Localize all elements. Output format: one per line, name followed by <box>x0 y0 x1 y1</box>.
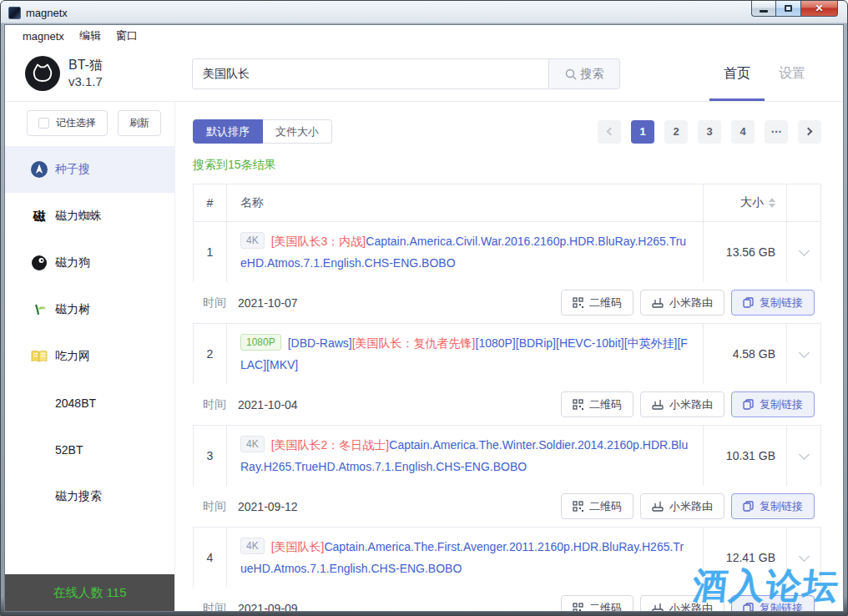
table-row: 4 4K[美国队长]Captain.America.The.First.Aven… <box>193 528 821 588</box>
title-bar[interactable]: magnetx ✕ <box>1 1 847 24</box>
expand-row-button[interactable] <box>787 426 820 486</box>
sidebar-item-seed-search[interactable]: 种子搜 <box>5 146 174 193</box>
copy-link-button[interactable]: 复制链接 <box>731 595 815 611</box>
maximize-icon <box>785 5 792 12</box>
time-label: 时间 <box>203 397 226 412</box>
sidebar-item-label: 吃力网 <box>55 349 90 364</box>
page-button-3[interactable]: 3 <box>698 120 721 144</box>
blank-icon <box>30 487 48 506</box>
remember-choice-button[interactable]: 记住选择 <box>27 110 108 136</box>
expand-row-button[interactable] <box>787 324 820 384</box>
maximize-button[interactable] <box>776 1 801 17</box>
nav-settings[interactable]: 设置 <box>765 47 820 101</box>
search-input[interactable] <box>192 58 548 89</box>
qrcode-button[interactable]: 二维码 <box>561 493 633 519</box>
page-button-4[interactable]: 4 <box>731 120 755 144</box>
qrcode-button[interactable]: 二维码 <box>561 595 633 611</box>
sidebar-item-magnet-search[interactable]: 磁力搜索 <box>5 473 174 520</box>
sidebar-item-label: 磁力树 <box>55 302 90 317</box>
table-row-detail: 时间 2021-09-12 二维码 小米路由 <box>193 486 821 528</box>
active-tab-underline <box>709 98 765 101</box>
copy-link-label: 复制链接 <box>760 295 803 311</box>
next-page-button[interactable] <box>798 120 821 144</box>
menu-edit[interactable]: 编辑 <box>72 27 109 45</box>
copy-link-button[interactable]: 复制链接 <box>731 493 815 519</box>
copy-icon <box>743 603 754 611</box>
row-date: 2021-09-09 <box>238 602 298 612</box>
copy-link-label: 复制链接 <box>760 499 803 514</box>
result-summary: 搜索到15条结果 <box>193 158 821 173</box>
qrcode-label: 二维码 <box>589 499 622 514</box>
chevron-down-icon <box>799 347 810 358</box>
sort-filesize-label: 文件大小 <box>275 124 319 139</box>
app-header: BT-猫 v3.1.7 搜索 首页 <box>5 47 843 102</box>
page-button-1[interactable]: 1 <box>631 120 654 144</box>
table-row: 3 4K[美国队长2：冬日战士]Captain.America.The.Wint… <box>193 426 821 486</box>
minimize-button[interactable] <box>751 1 776 17</box>
page-ellipsis-button[interactable]: ⋯ <box>765 120 788 144</box>
mi-router-button[interactable]: 小米路由 <box>640 391 724 417</box>
mi-router-button[interactable]: 小米路由 <box>640 595 724 611</box>
book-icon <box>30 347 48 366</box>
copy-link-label: 复制链接 <box>760 397 803 412</box>
search-button[interactable]: 搜索 <box>548 58 620 89</box>
sidebar-item-label: 2048BT <box>55 396 96 410</box>
sort-default-label: 默认排序 <box>206 124 250 139</box>
sort-filesize-button[interactable]: 文件大小 <box>263 119 332 144</box>
app-name: BT-猫 <box>68 57 103 73</box>
blank-icon <box>30 394 48 412</box>
menu-window[interactable]: 窗口 <box>109 27 145 45</box>
sidebar-item-2048bt[interactable]: 2048BT <box>5 380 174 427</box>
cat-logo-icon <box>25 56 60 91</box>
copy-link-button[interactable]: 复制链接 <box>731 290 815 316</box>
sidebar-item-magnet-spider[interactable]: 磁 磁力蜘蛛 <box>5 193 174 240</box>
sidebar-item-magnet-tree[interactable]: 磁力树 <box>5 286 174 333</box>
qrcode-button[interactable]: 二维码 <box>561 290 633 316</box>
qrcode-icon <box>573 399 583 410</box>
title-highlight: [美国队长2：冬日战士] <box>271 438 390 452</box>
row-index: 2 <box>194 324 227 384</box>
menu-magnetx[interactable]: magnetx <box>15 28 72 44</box>
qrcode-button[interactable]: 二维码 <box>561 391 633 417</box>
file-size: 4.58 GB <box>704 324 787 384</box>
expand-row-button[interactable] <box>787 528 820 588</box>
table-row: 2 1080P[DBD-Raws][美国队长：复仇者先锋][1080P][BDR… <box>193 324 821 384</box>
sidebar-item-magnet-dog[interactable]: 磁力狗 <box>5 240 174 286</box>
copy-icon <box>743 501 754 512</box>
expand-row-button[interactable] <box>787 222 820 282</box>
qrcode-icon <box>573 297 583 308</box>
mi-router-label: 小米路由 <box>669 499 713 514</box>
mi-router-button[interactable]: 小米路由 <box>640 493 724 519</box>
online-count-label: 在线人数 115 <box>53 585 126 601</box>
top-nav: 首页 设置 <box>709 47 820 101</box>
nav-home[interactable]: 首页 <box>709 47 765 101</box>
table-row-detail: 时间 2021-09-09 二维码 小米路由 <box>193 588 821 611</box>
nav-settings-label: 设置 <box>779 65 805 83</box>
page-button-2[interactable]: 2 <box>664 120 688 144</box>
file-size: 12.41 GB <box>704 528 787 588</box>
sidebar: 记住选择 刷新 种子搜 磁 <box>5 102 175 611</box>
sidebar-item-52bt[interactable]: 52BT <box>5 427 174 473</box>
remember-choice-label: 记住选择 <box>56 116 96 130</box>
magnet-dog-icon <box>30 254 48 272</box>
time-label: 时间 <box>203 295 226 311</box>
sidebar-item-label: 磁力狗 <box>55 255 90 270</box>
remember-choice-checkbox[interactable] <box>38 118 49 129</box>
refresh-button[interactable]: 刷新 <box>118 110 161 136</box>
table-header-row: # 名称 大小 <box>193 184 821 222</box>
header-size-sort[interactable]: 大小 <box>704 184 787 221</box>
sort-default-button[interactable]: 默认排序 <box>193 119 263 144</box>
prev-page-button[interactable] <box>598 120 621 144</box>
close-button[interactable]: ✕ <box>801 1 838 17</box>
mi-router-button[interactable]: 小米路由 <box>640 290 724 316</box>
row-index: 3 <box>194 426 227 486</box>
row-date: 2021-09-12 <box>238 500 298 513</box>
refresh-label: 刷新 <box>129 116 149 130</box>
minimize-icon <box>760 10 768 13</box>
title-prefix[interactable]: [DBD-Raws] <box>288 336 352 350</box>
router-icon <box>652 297 664 308</box>
sidebar-item-chiliwang[interactable]: 吃力网 <box>5 333 174 380</box>
router-icon <box>652 501 664 512</box>
copy-link-button[interactable]: 复制链接 <box>731 391 815 417</box>
nav-home-label: 首页 <box>724 65 750 83</box>
